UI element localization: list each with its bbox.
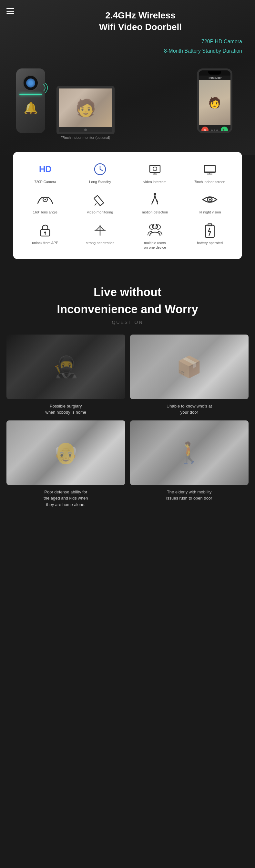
scenario-mobility: 🚶 The elderly with mobility issues rush …: [130, 421, 249, 508]
elderly-image: 👴: [6, 421, 125, 485]
screen-icon: [203, 161, 216, 177]
scenarios-grid: 🥷 Possible burglary when nobody is home …: [6, 335, 249, 508]
live-title-line1: Live without: [6, 285, 249, 299]
feature-battery: battery operated: [184, 222, 236, 250]
hero-feature1: 720P HD Camera: [58, 37, 242, 46]
signal-icon: [94, 222, 106, 238]
svg-point-4: [153, 167, 157, 171]
svg-line-23: [96, 226, 100, 230]
monitor-caption: *7inch indoor monitor (optional): [57, 135, 115, 140]
hero-section: 2.4GHz Wireless Wifi Video Doorbell 720P…: [0, 0, 255, 155]
mobility-image: 🚶: [130, 421, 249, 485]
scenario-elderly: 👴 Poor defense ability for the aged and …: [6, 421, 125, 508]
features-grid: HD 720P Camera Long Standby: [19, 161, 236, 250]
doorbell-image: 🔔: [11, 68, 50, 140]
feature-motion-detect: motion detection: [129, 192, 181, 214]
svg-rect-3: [150, 165, 160, 173]
feature-multi-users: multiple users on one device: [129, 222, 181, 250]
burglar-figure: 🥷: [53, 354, 79, 379]
svg-line-30: [209, 228, 210, 231]
burglar-label: Possible burglary when nobody is home: [45, 403, 86, 415]
hero-title: 2.4GHz Wireless Wifi Video Doorbell: [6, 10, 242, 33]
delivery-label: Unable to know who's at your door: [166, 403, 212, 415]
svg-point-17: [209, 198, 211, 200]
feature-monitoring-label: video monitoring: [87, 210, 113, 214]
intercom-icon: [149, 161, 161, 177]
feature-unlock-label: unlock from APP: [32, 241, 58, 245]
svg-line-14: [95, 204, 96, 206]
svg-point-19: [44, 231, 46, 234]
phone-header-label: Front Door: [199, 75, 230, 80]
users-icon: [146, 222, 164, 238]
feature-users-label: multiple users on one device: [144, 241, 166, 250]
feature-video-monitoring: video monitoring: [74, 192, 126, 214]
hero-text: 2.4GHz Wireless Wifi Video Doorbell 720P…: [6, 6, 249, 56]
feature-intercom-label: video intercom: [143, 180, 166, 184]
eye-icon: [201, 192, 218, 207]
phone-image: Front Door 🧑 ✕ 📞: [197, 68, 232, 133]
feature-unlock-app: unlock from APP: [19, 222, 71, 250]
feature-battery-label: battery operated: [197, 241, 223, 245]
battery-icon: [204, 222, 216, 238]
lock-icon: [39, 222, 52, 238]
feature-video-intercom: video intercom: [129, 161, 181, 184]
live-title-line2: Inconvenience and Worry: [6, 302, 249, 316]
svg-line-2: [100, 169, 103, 171]
delivery-figure: 📦: [176, 354, 202, 379]
feature-hd-label: 720P Camera: [34, 180, 56, 184]
burglar-image: 🥷: [6, 335, 125, 399]
walk-icon: [149, 192, 161, 207]
feature-vision-label: IR night vision: [198, 210, 221, 214]
feature-lens-angle: 160° lens angle: [19, 192, 71, 214]
pencil-icon: [94, 192, 106, 207]
scenario-burglar: 🥷 Possible burglary when nobody is home: [6, 335, 125, 415]
feature-motion-label: motion detection: [142, 210, 168, 214]
lens-icon: [37, 192, 54, 207]
delivery-image: 📦: [130, 335, 249, 399]
features-section: HD 720P Camera Long Standby: [13, 152, 242, 259]
feature-screen-label: 7inch indoor screen: [194, 180, 225, 184]
feature-hd-camera: HD 720P Camera: [19, 161, 71, 184]
feature-penetration: strong penetration: [74, 222, 126, 250]
feature-lens-label: 160° lens angle: [33, 210, 58, 214]
elderly-figure: 👴: [53, 440, 79, 465]
elderly-label: Poor defense ability for the aged and ki…: [43, 489, 88, 508]
mobility-label: The elderly with mobility issues rush to…: [166, 489, 212, 501]
menu-button[interactable]: [6, 6, 14, 16]
clock-icon: [94, 161, 106, 177]
svg-line-24: [100, 226, 104, 230]
hd-icon: HD: [39, 161, 51, 177]
feature-night-vision: IR night vision: [184, 192, 236, 214]
monitor-image: 🧑 *7inch indoor monitor (optional): [57, 86, 115, 140]
svg-point-27: [152, 224, 158, 229]
feature-long-standby: Long Standby: [74, 161, 126, 184]
mobility-figure: 🚶: [176, 440, 202, 465]
scenario-delivery: 📦 Unable to know who's at your door: [130, 335, 249, 415]
svg-point-12: [44, 199, 46, 200]
feature-standby-label: Long Standby: [89, 180, 111, 184]
feature-indoor-screen: 7inch indoor screen: [184, 161, 236, 184]
live-subtitle: QUESTION: [6, 320, 249, 325]
feature-penetration-label: strong penetration: [86, 241, 115, 245]
hero-feature2: 8-Month Battery Standby Duration: [58, 46, 242, 56]
live-section: Live without Inconvenience and Worry QUE…: [0, 269, 255, 521]
